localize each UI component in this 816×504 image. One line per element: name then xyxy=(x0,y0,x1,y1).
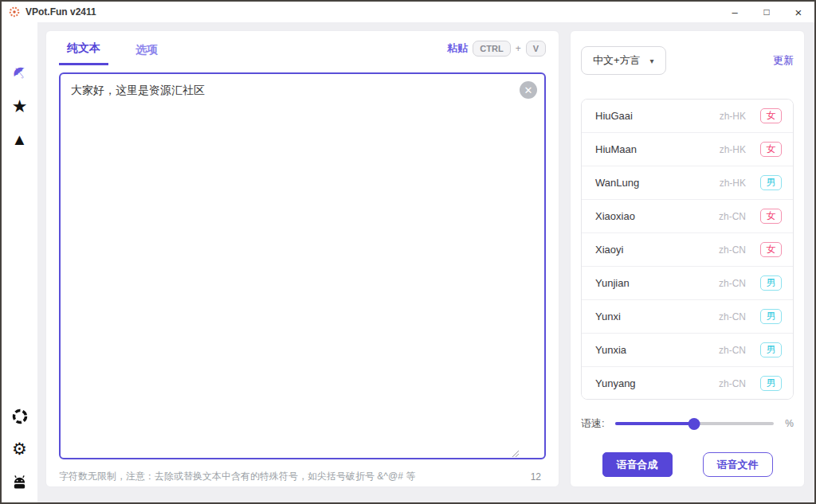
gear-icon[interactable]: ⚙ xyxy=(10,440,29,459)
voice-row[interactable]: Xiaoyizh-CN女 xyxy=(582,233,793,267)
voice-locale: zh-CN xyxy=(719,311,746,322)
char-count: 12 xyxy=(531,471,541,483)
slider-thumb[interactable] xyxy=(688,418,700,430)
voice-gender-badge: 女 xyxy=(760,108,782,123)
voice-gender-badge: 男 xyxy=(760,342,782,357)
close-button[interactable]: × xyxy=(783,2,814,22)
language-dropdown[interactable]: 中文+方言 ▾ xyxy=(581,46,666,75)
voice-locale: zh-CN xyxy=(719,244,746,256)
voice-row[interactable]: Yunxizh-CN男 xyxy=(582,300,793,334)
voice-locale: zh-CN xyxy=(719,278,746,289)
voice-row[interactable]: Yunxiazh-CN男 xyxy=(582,334,793,367)
tab-plain-text[interactable]: 纯文本 xyxy=(59,32,108,65)
voice-gender-badge: 男 xyxy=(760,275,782,291)
voice-gender-badge: 男 xyxy=(760,309,782,324)
textarea-wrapper: 大家好，这里是资源汇社区 ✕ xyxy=(59,72,546,463)
ctrl-key-pill: CTRL xyxy=(473,41,510,57)
minimize-button[interactable]: – xyxy=(719,2,751,22)
voice-locale: zh-CN xyxy=(719,378,746,389)
panel-header: 中文+方言 ▾ 更新 xyxy=(581,46,794,75)
sidebar: ☂ ★ ▲ ⚙ xyxy=(2,22,37,502)
voice-gender-badge: 女 xyxy=(760,142,782,157)
chevron-down-icon: ▾ xyxy=(650,57,654,65)
voice-row[interactable]: Yunyangzh-CN男 xyxy=(582,367,793,400)
voice-gender-badge: 女 xyxy=(760,242,782,257)
tab-bar: 纯文本 选项 粘贴 CTRL + V xyxy=(59,31,546,66)
voice-row[interactable]: Xiaoxiaozh-CN女 xyxy=(582,200,793,233)
voice-name: Xiaoyi xyxy=(595,244,623,256)
voice-name: Xiaoxiao xyxy=(595,210,635,222)
maximize-button[interactable]: □ xyxy=(751,2,783,22)
clear-text-icon[interactable]: ✕ xyxy=(520,81,537,99)
shutter-icon[interactable] xyxy=(10,407,29,426)
voice-name: WanLung xyxy=(595,177,639,189)
speed-unit: % xyxy=(785,418,794,429)
voice-name: HiuMaan xyxy=(595,143,637,155)
text-input[interactable]: 大家好，这里是资源汇社区 xyxy=(59,72,546,459)
voice-row[interactable]: HiuGaaizh-HK女 xyxy=(582,100,793,133)
update-link[interactable]: 更新 xyxy=(773,53,794,68)
window-controls: – □ × xyxy=(719,2,814,22)
voice-row[interactable]: Yunjianzh-CN男 xyxy=(582,267,793,300)
paste-shortcut-group: 粘贴 CTRL + V xyxy=(447,41,546,57)
voice-file-button[interactable]: 语音文件 xyxy=(703,452,773,477)
voice-locale: zh-HK xyxy=(720,111,746,122)
paste-button[interactable]: 粘贴 xyxy=(447,41,468,56)
plus-separator: + xyxy=(516,43,521,54)
voice-name: Yunxia xyxy=(595,344,626,356)
window-title: VPot.Fun v2411 xyxy=(26,6,96,18)
speed-slider[interactable] xyxy=(615,418,775,429)
speed-label: 语速: xyxy=(581,416,605,431)
slider-fill xyxy=(615,422,695,425)
speed-row: 语速: % xyxy=(581,416,794,431)
voice-panel: 中文+方言 ▾ 更新 HiuGaaizh-HK女HiuMaanzh-HK女Wan… xyxy=(570,30,805,487)
hint-text: 字符数无限制，注意：去除或替换文本中含有的特殊符号，如尖括号破折号 &^@# 等 xyxy=(59,470,415,483)
editor-footer: 字符数无限制，注意：去除或替换文本中含有的特殊符号，如尖括号破折号 &^@# 等… xyxy=(59,470,546,483)
voice-row[interactable]: WanLungzh-HK男 xyxy=(582,166,793,200)
v-key-pill: V xyxy=(526,41,546,57)
voice-name: Yunyang xyxy=(595,377,636,389)
android-icon[interactable] xyxy=(10,472,29,491)
umbrella-icon[interactable]: ☂ xyxy=(6,60,33,87)
voice-name: HiuGaai xyxy=(595,110,633,122)
language-dropdown-value: 中文+方言 xyxy=(593,53,641,68)
voice-gender-badge: 男 xyxy=(760,376,782,391)
voice-locale: zh-HK xyxy=(720,178,746,189)
star-icon[interactable]: ★ xyxy=(10,97,29,116)
synthesize-button[interactable]: 语音合成 xyxy=(602,452,673,477)
voice-locale: zh-CN xyxy=(719,211,746,222)
voice-locale: zh-CN xyxy=(719,345,746,356)
voice-gender-badge: 女 xyxy=(760,209,782,224)
voice-row[interactable]: HiuMaanzh-HK女 xyxy=(582,133,793,166)
triangle-icon[interactable]: ▲ xyxy=(10,130,29,149)
voice-gender-badge: 男 xyxy=(760,175,782,190)
voice-list: HiuGaaizh-HK女HiuMaanzh-HK女WanLungzh-HK男X… xyxy=(581,99,794,400)
app-logo-icon xyxy=(9,6,20,18)
voice-locale: zh-HK xyxy=(720,144,746,155)
voice-name: Yunjian xyxy=(595,277,630,289)
titlebar: VPot.Fun v2411 – □ × xyxy=(2,2,814,22)
voice-name: Yunxi xyxy=(595,311,621,322)
app-window: VPot.Fun v2411 – □ × ☂ ★ ▲ ⚙ xyxy=(0,0,816,504)
tab-options[interactable]: 选项 xyxy=(128,33,166,64)
action-row: 语音合成 语音文件 xyxy=(581,452,794,477)
editor-card: 纯文本 选项 粘贴 CTRL + V 大家好，这里是资源汇社区 ✕ 字符数无限制… xyxy=(45,30,559,487)
